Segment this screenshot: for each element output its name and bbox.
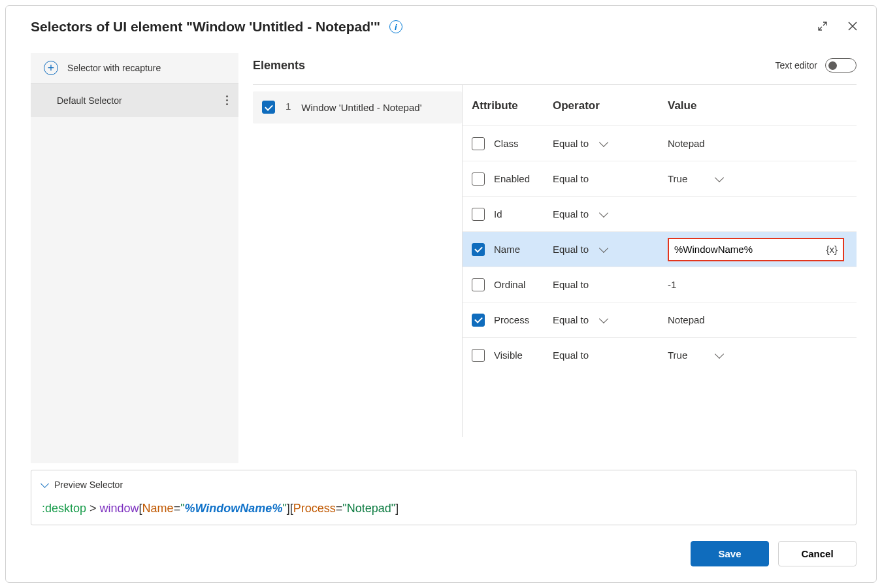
attribute-row: IdEqual to [463, 196, 857, 231]
chevron-down-icon [715, 349, 724, 358]
chevron-down-icon [715, 172, 724, 182]
operator-cell[interactable]: Equal to [553, 350, 668, 361]
value-text: True [668, 173, 687, 184]
selector-list-panel: + Selector with recapture Default Select… [31, 53, 238, 463]
attributes-panel: Attribute Operator Value ClassEqual toNo… [462, 85, 857, 437]
chevron-down-icon [599, 137, 608, 146]
attribute-checkbox[interactable] [472, 243, 485, 256]
attribute-name: Class [494, 138, 553, 149]
elements-title: Elements [253, 59, 305, 73]
attribute-name: Visible [494, 350, 553, 361]
value-text: Notepad [668, 314, 705, 325]
plus-circle-icon: + [44, 61, 58, 75]
value-cell[interactable]: True [668, 173, 857, 184]
elements-list: 1 Window 'Untitled - Notepad' [253, 85, 462, 437]
attribute-row: ProcessEqual toNotepad [463, 302, 857, 337]
selector-item-default[interactable]: Default Selector [31, 84, 238, 117]
dialog-footer: Save Cancel [6, 525, 876, 582]
add-selector-label: Selector with recapture [67, 63, 161, 73]
close-icon[interactable] [847, 21, 858, 33]
attribute-checkbox[interactable] [472, 172, 485, 186]
value-text: Notepad [668, 138, 705, 149]
operator-cell[interactable]: Equal to [553, 138, 668, 149]
attribute-row: VisibleEqual toTrue [463, 337, 857, 372]
header-operator: Operator [553, 99, 668, 112]
element-checkbox[interactable] [262, 101, 275, 114]
more-vertical-icon[interactable] [223, 93, 231, 108]
add-selector-button[interactable]: + Selector with recapture [31, 53, 238, 84]
operator-cell[interactable]: Equal to [553, 314, 668, 325]
attribute-checkbox[interactable] [472, 314, 485, 327]
element-index: 1 [286, 101, 291, 112]
operator-cell[interactable]: Equal to [553, 173, 668, 184]
attribute-name: Process [494, 314, 553, 325]
info-icon[interactable]: i [389, 20, 402, 33]
save-button[interactable]: Save [691, 541, 769, 566]
attribute-row: EnabledEqual toTrue [463, 161, 857, 196]
selector-item-label: Default Selector [57, 95, 122, 106]
value-cell[interactable]: Notepad [668, 138, 857, 149]
attribute-name: Name [494, 244, 553, 255]
value-text: -1 [668, 279, 676, 290]
selector-dialog: Selectors of UI element "Window 'Untitle… [5, 5, 877, 583]
chevron-down-icon [41, 480, 49, 488]
attribute-checkbox[interactable] [472, 137, 485, 150]
cancel-button[interactable]: Cancel [778, 541, 857, 566]
attribute-checkbox[interactable] [472, 208, 485, 221]
header-attribute: Attribute [463, 99, 553, 112]
variable-icon[interactable]: {x} [826, 244, 838, 255]
preview-selector-panel: Preview Selector :desktop > window[Name=… [31, 470, 857, 525]
preview-selector-label: Preview Selector [54, 480, 123, 490]
element-label: Window 'Untitled - Notepad' [301, 101, 421, 114]
attribute-row: OrdinalEqual to-1 [463, 267, 857, 302]
selector-preview-text: :desktop > window[Name="%WindowName%"][P… [42, 502, 845, 515]
attribute-checkbox[interactable] [472, 349, 485, 362]
operator-cell[interactable]: Equal to [553, 208, 668, 220]
header-value: Value [668, 99, 857, 112]
operator-cell[interactable]: Equal to [553, 279, 668, 290]
value-cell[interactable]: {x} [668, 238, 857, 261]
element-row[interactable]: 1 Window 'Untitled - Notepad' [253, 91, 462, 123]
attribute-checkbox[interactable] [472, 278, 485, 291]
value-text: True [668, 350, 687, 361]
value-input[interactable] [674, 244, 826, 255]
dialog-title: Selectors of UI element "Window 'Untitle… [31, 19, 380, 35]
chevron-down-icon [599, 208, 608, 217]
attribute-name: Ordinal [494, 279, 553, 290]
chevron-down-icon [599, 314, 608, 323]
text-editor-label: Text editor [775, 60, 817, 71]
attribute-name: Id [494, 208, 553, 220]
preview-selector-toggle[interactable]: Preview Selector [42, 480, 845, 490]
value-cell[interactable]: Notepad [668, 314, 857, 325]
attribute-name: Enabled [494, 173, 553, 184]
value-cell[interactable]: True [668, 350, 857, 361]
attribute-row: NameEqual to{x} [463, 231, 857, 267]
dialog-header: Selectors of UI element "Window 'Untitle… [6, 6, 876, 41]
chevron-down-icon [599, 243, 608, 252]
expand-icon[interactable] [817, 21, 828, 33]
value-cell[interactable]: -1 [668, 279, 857, 290]
attribute-row: ClassEqual toNotepad [463, 125, 857, 161]
attributes-header: Attribute Operator Value [463, 85, 857, 125]
text-editor-toggle[interactable] [825, 58, 857, 73]
operator-cell[interactable]: Equal to [553, 244, 668, 255]
